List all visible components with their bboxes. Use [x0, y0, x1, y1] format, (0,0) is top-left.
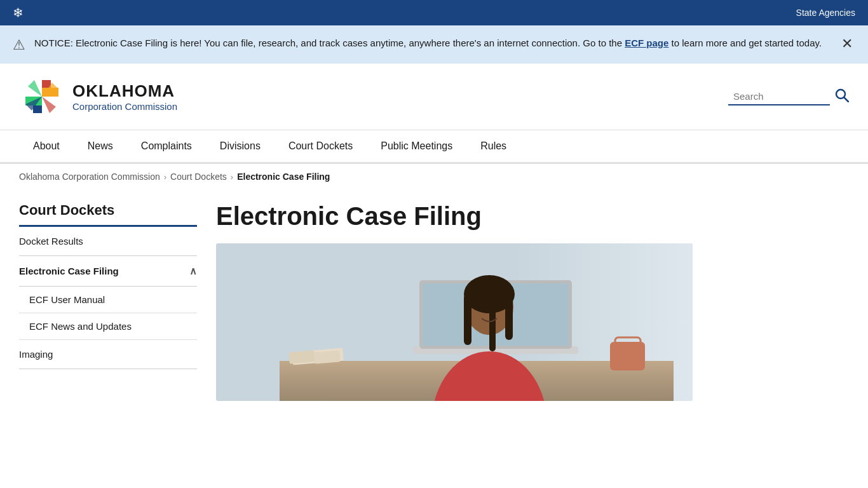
sidebar-item-label: Electronic Case Filing	[19, 266, 119, 276]
svg-rect-20	[489, 304, 496, 351]
notice-close-button[interactable]: ✕	[839, 37, 855, 51]
oklahoma-logo-icon	[19, 74, 65, 119]
breadcrumb-section[interactable]: Court Dockets	[170, 172, 227, 182]
breadcrumb: Oklahoma Corporation Commission › Court …	[0, 164, 868, 189]
svg-marker-7	[28, 80, 42, 97]
main-nav: About News Complaints Divisions Court Do…	[0, 130, 868, 164]
nav-item-divisions[interactable]: Divisions	[206, 130, 275, 162]
page-title: Electronic Case Filing	[216, 202, 849, 231]
sidebar-item-label: Docket Results	[19, 236, 83, 247]
sidebar-title: Court Dockets	[19, 202, 197, 227]
nav-item-rules[interactable]: Rules	[466, 130, 520, 162]
search-input[interactable]	[728, 88, 830, 105]
sidebar-subitem-ecf-news[interactable]: ECF News and Updates	[19, 313, 197, 340]
top-bar: ❄ State Agencies	[0, 0, 868, 25]
notice-banner: ⚠ NOTICE: Electronic Case Filing is here…	[0, 25, 868, 64]
content-image	[216, 243, 693, 401]
svg-rect-21	[505, 295, 513, 340]
logo-area: OKLAHOMA Corporation Commission	[19, 74, 177, 119]
content-wrapper: Court Dockets Docket Results Electronic …	[0, 189, 868, 414]
breadcrumb-home[interactable]: Oklahoma Corporation Commission	[19, 172, 160, 182]
breadcrumb-current: Electronic Case Filing	[237, 172, 330, 182]
logo-title: OKLAHOMA	[72, 81, 177, 101]
notice-text-before: NOTICE: Electronic Case Filing is here! …	[34, 37, 625, 48]
notice-text-after: to learn more and get started today.	[668, 37, 822, 48]
sidebar-item-docket-results[interactable]: Docket Results	[19, 227, 197, 256]
main-content: Electronic Case Filing	[216, 202, 849, 401]
breadcrumb-sep-2: ›	[231, 172, 233, 182]
logo-subtitle: Corporation Commission	[72, 101, 177, 112]
svg-rect-19	[464, 294, 471, 345]
breadcrumb-sep-1: ›	[164, 172, 166, 182]
notice-text: NOTICE: Electronic Case Filing is here! …	[34, 36, 830, 50]
search-button[interactable]	[835, 88, 849, 105]
chevron-up-icon: ∧	[189, 265, 197, 277]
site-header: OKLAHOMA Corporation Commission	[0, 64, 868, 130]
sidebar-item-ecf[interactable]: Electronic Case Filing ∧	[19, 256, 197, 287]
svg-rect-23	[288, 350, 315, 363]
logo-text: OKLAHOMA Corporation Commission	[72, 81, 177, 112]
sidebar-item-imaging[interactable]: Imaging	[19, 340, 197, 369]
hero-image-svg	[216, 243, 693, 401]
nav-item-court-dockets[interactable]: Court Dockets	[275, 130, 367, 162]
sidebar-subitem-label: ECF News and Updates	[29, 321, 132, 332]
ecf-page-link[interactable]: ECF page	[625, 37, 668, 48]
nav-item-public-meetings[interactable]: Public Meetings	[367, 130, 466, 162]
search-icon	[835, 88, 849, 102]
nav-item-about[interactable]: About	[19, 130, 74, 162]
svg-rect-24	[314, 350, 340, 363]
sidebar-subitem-ecf-user-manual[interactable]: ECF User Manual	[19, 287, 197, 313]
state-agencies-link[interactable]: State Agencies	[796, 8, 855, 18]
nav-item-complaints[interactable]: Complaints	[127, 130, 206, 162]
sidebar-subitem-label: ECF User Manual	[29, 294, 105, 305]
svg-rect-25	[610, 342, 645, 370]
sidebar: Court Dockets Docket Results Electronic …	[19, 202, 216, 401]
svg-marker-5	[42, 97, 56, 113]
nav-item-news[interactable]: News	[74, 130, 127, 162]
state-logo-icon: ❄	[13, 5, 24, 20]
warning-icon: ⚠	[13, 37, 25, 53]
sidebar-item-label: Imaging	[19, 349, 53, 360]
svg-line-9	[844, 97, 849, 102]
search-area	[728, 88, 849, 105]
